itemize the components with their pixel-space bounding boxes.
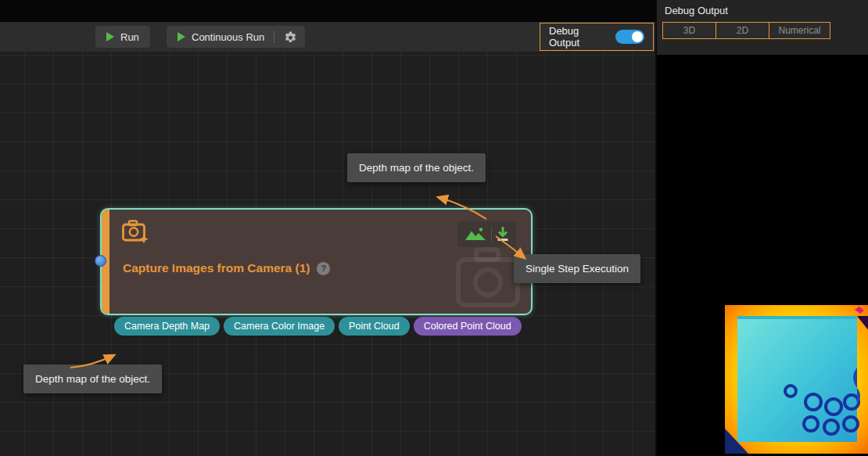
tab-2d[interactable]: 2D: [716, 22, 769, 39]
node-input-port[interactable]: [95, 255, 106, 267]
play-icon: [106, 32, 114, 41]
toolbar-divider: [274, 31, 274, 43]
node-capture-images-from-camera[interactable]: Capture Images from Camera (1) ?: [100, 208, 533, 315]
camera-icon: [121, 218, 151, 248]
debug-panel-tabs: 3D 2D Numerical: [662, 22, 830, 39]
tooltip-depth-map-top: Depth map of the object.: [347, 153, 486, 182]
toolbar: Run Continuous Run Debug Output: [0, 22, 655, 52]
node-title-row: Capture Images from Camera (1) ?: [123, 261, 330, 275]
canvas-region: Run Continuous Run Debug Output: [0, 0, 655, 456]
toggle-knob: [632, 31, 643, 42]
node-output-ports: Camera Depth Map Camera Color Image Poin…: [114, 317, 522, 336]
run-button-label: Run: [120, 31, 139, 43]
play-icon: [178, 32, 185, 41]
continuous-run-button[interactable]: Continuous Run: [167, 26, 305, 48]
node-action-icons: [457, 221, 516, 247]
debug-output-label: Debug Output: [549, 25, 608, 48]
debug-output-toggle-group: Debug Output: [540, 23, 654, 51]
gear-icon[interactable]: [284, 31, 297, 44]
icon-separator: [491, 228, 492, 242]
tooltip-single-step-execution: Single Step Execution: [514, 254, 640, 283]
output-port-camera-color-image[interactable]: Camera Color Image: [224, 317, 335, 336]
help-icon[interactable]: ?: [317, 262, 330, 275]
output-port-colored-point-cloud[interactable]: Colored Point Cloud: [414, 317, 522, 336]
output-port-camera-depth-map[interactable]: Camera Depth Map: [114, 317, 220, 336]
debug-output-toggle[interactable]: [615, 30, 644, 44]
tab-3d[interactable]: 3D: [662, 22, 716, 39]
node-title: Capture Images from Camera (1): [123, 261, 310, 275]
run-button[interactable]: Run: [95, 26, 150, 48]
output-port-point-cloud[interactable]: Point Cloud: [339, 317, 410, 336]
debug-panel-title: Debug Output: [665, 5, 728, 16]
camera-watermark-icon: [454, 246, 522, 314]
window-top-strip: [0, 0, 655, 22]
debug-panel-header: Debug Output 3D 2D Numerical: [657, 0, 868, 55]
tooltip-depth-map-bottom: Depth map of the object.: [23, 364, 162, 393]
debug-output-panel: Debug Output 3D 2D Numerical: [655, 0, 868, 456]
single-step-execution-icon[interactable]: [497, 226, 509, 242]
tab-numerical[interactable]: Numerical: [769, 22, 830, 39]
depth-map-image: [725, 305, 868, 456]
debug-viewport[interactable]: [657, 55, 868, 456]
preview-image-icon[interactable]: [464, 226, 486, 242]
continuous-run-label: Continuous Run: [192, 31, 264, 43]
